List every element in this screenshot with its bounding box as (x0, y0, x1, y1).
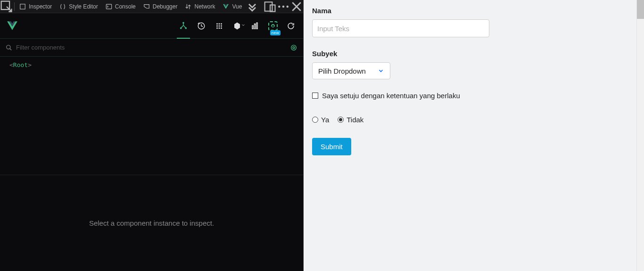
radio-tidak[interactable]: Tidak (338, 116, 363, 124)
devtools-panel: Inspector Style Editor Console Debugger … (0, 0, 304, 271)
close-devtools-icon[interactable] (290, 0, 303, 13)
components-inspector-icon[interactable] (179, 21, 188, 31)
subyek-selected: Pilih Dropdown (318, 67, 366, 75)
svg-point-26 (293, 47, 295, 49)
more-apps-icon[interactable] (215, 21, 224, 31)
overflow-icon[interactable] (246, 0, 259, 13)
performance-icon[interactable] (250, 21, 260, 31)
scrollbar[interactable] (636, 0, 644, 271)
more-menu-icon[interactable] (277, 0, 290, 13)
svg-rect-21 (252, 25, 253, 29)
search-icon (6, 44, 12, 51)
svg-point-18 (216, 27, 218, 29)
plugin-icon[interactable] (232, 21, 242, 31)
timeline-icon[interactable] (197, 21, 206, 31)
svg-point-24 (7, 45, 10, 49)
radio-tidak-label: Tidak (347, 116, 363, 124)
svg-rect-22 (255, 24, 256, 29)
root-component-name: Root (13, 61, 28, 68)
svg-point-10 (185, 27, 186, 28)
tree-node-root[interactable]: <Root> (9, 61, 294, 68)
svg-point-8 (183, 22, 184, 23)
svg-point-6 (282, 5, 285, 8)
style-editor-icon (59, 3, 66, 10)
svg-point-13 (219, 23, 220, 25)
form-group-nama: Nama (312, 7, 636, 37)
tab-debugger[interactable]: Debugger (140, 0, 182, 13)
tab-style-editor-label: Style Editor (69, 3, 98, 10)
network-icon (185, 3, 191, 10)
svg-point-15 (216, 25, 218, 26)
radio-group: Ya Tidak (312, 116, 636, 124)
subyek-dropdown[interactable]: Pilih Dropdown (312, 62, 390, 79)
devtools-tab-bar: Inspector Style Editor Console Debugger … (0, 0, 303, 13)
component-filter-row (0, 39, 303, 57)
tab-debugger-label: Debugger (153, 3, 178, 10)
svg-point-7 (286, 5, 289, 8)
tab-console[interactable]: Console (102, 0, 140, 13)
nama-label: Nama (312, 7, 636, 15)
nama-input[interactable] (312, 19, 489, 37)
responsive-mode-icon[interactable] (264, 0, 277, 13)
svg-point-5 (278, 5, 281, 8)
radio-icon (312, 117, 318, 123)
svg-point-25 (291, 45, 297, 50)
element-picker-icon[interactable] (0, 0, 13, 13)
subyek-label: Subyek (312, 50, 636, 58)
inspect-hint-text: Select a component instance to inspect. (89, 219, 214, 227)
svg-point-9 (181, 27, 182, 28)
svg-rect-23 (256, 23, 257, 29)
new-badge: new (270, 30, 281, 35)
radio-ya[interactable]: Ya (312, 116, 329, 124)
svg-point-14 (221, 23, 222, 25)
tab-inspector[interactable]: Inspector (16, 0, 56, 13)
chevron-down-icon (378, 68, 384, 74)
vue-logo-icon (6, 19, 19, 33)
tab-style-editor[interactable]: Style Editor (56, 0, 101, 13)
filter-components-input[interactable] (16, 44, 286, 51)
target-icon[interactable] (290, 44, 297, 51)
checkbox-icon (312, 93, 318, 99)
svg-point-17 (221, 25, 222, 26)
radio-icon (338, 117, 344, 123)
tab-vue[interactable]: Vue (219, 0, 246, 13)
component-tree: <Root> (0, 57, 303, 175)
svg-rect-1 (20, 4, 25, 9)
inspector-icon (19, 3, 26, 10)
terms-label: Saya setuju dengan ketentuan yang berlak… (322, 92, 460, 100)
svg-point-19 (219, 27, 220, 29)
terms-checkbox-row[interactable]: Saya setuju dengan ketentuan yang berlak… (312, 92, 636, 100)
console-icon (106, 3, 112, 10)
tab-network-label: Network (194, 3, 215, 10)
svg-point-16 (219, 25, 220, 26)
svg-point-12 (216, 23, 218, 25)
tab-inspector-label: Inspector (29, 3, 52, 10)
scrollbar-thumb[interactable] (637, 0, 644, 19)
debugger-icon (143, 3, 150, 10)
svg-point-20 (221, 27, 222, 29)
tab-vue-label: Vue (232, 3, 242, 10)
tab-network[interactable]: Network (181, 0, 219, 13)
inspect-placeholder: Select a component instance to inspect. (0, 175, 303, 271)
vue-devtools-header: new (0, 13, 303, 39)
refresh-icon[interactable] (286, 21, 296, 31)
svg-rect-3 (265, 2, 272, 11)
vue-tab-icon (223, 3, 229, 10)
app-page: Nama Subyek Pilih Dropdown Saya setuju d… (304, 0, 644, 271)
form-group-subyek: Subyek Pilih Dropdown (312, 50, 636, 79)
radio-ya-label: Ya (321, 116, 329, 124)
settings-icon[interactable]: new (268, 21, 278, 31)
svg-rect-2 (106, 4, 111, 9)
tab-console-label: Console (115, 3, 136, 10)
submit-button[interactable]: Submit (312, 138, 351, 155)
